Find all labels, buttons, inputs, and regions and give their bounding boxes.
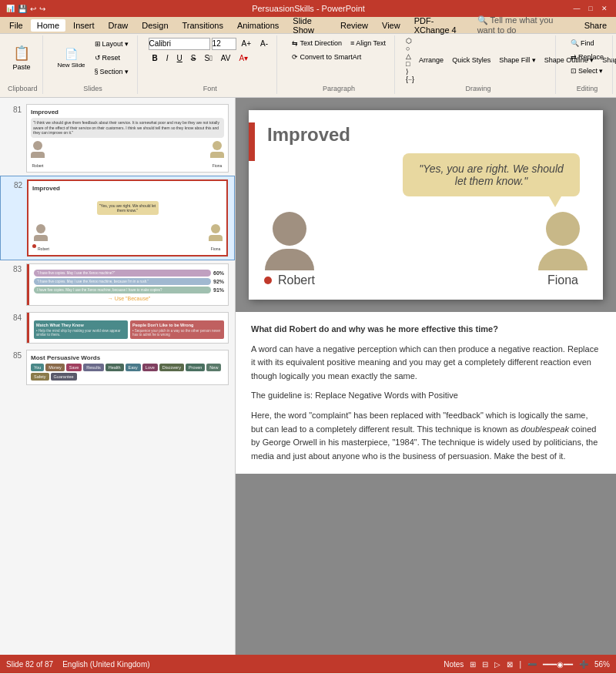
new-slide-button[interactable]: 📄 New Slide: [54, 37, 89, 79]
slide-85-thumb[interactable]: Most Persuasive Words You Money Save Res…: [26, 350, 229, 385]
description-p1: A word can have a negative perception wh…: [251, 343, 601, 384]
ribbon-group-editing: 🔍 Find ⇄ Replace ⊡ Select ▾ Editing: [562, 35, 613, 94]
menu-home[interactable]: Home: [31, 19, 65, 32]
font-color-button[interactable]: A▾: [235, 52, 252, 65]
slide-83-thumb[interactable]: "I have five copies. May I use the Xerox…: [26, 263, 229, 306]
quick-access-save[interactable]: 💾: [18, 5, 27, 13]
slide-81-number: 81: [6, 104, 22, 114]
shape-palette[interactable]: ⬡ ○ △ □ ⟩ {··}: [406, 37, 414, 83]
slide-83-item[interactable]: 83 "I have five copies. May I use the Xe…: [0, 260, 235, 309]
quick-access-undo[interactable]: ↩: [30, 5, 36, 13]
robert-red-dot: [264, 277, 272, 284]
slide-82-avatars: Robert Fiona: [32, 224, 223, 251]
view-slide-sorter-icon[interactable]: ⊟: [482, 660, 488, 669]
find-button[interactable]: 🔍 Find: [567, 37, 608, 49]
view-reading-icon[interactable]: ▷: [494, 660, 500, 669]
menu-pdfxchange[interactable]: PDF-XChange 4: [408, 15, 470, 36]
zoom-level: 56%: [594, 660, 610, 669]
bubble-tail: [549, 196, 561, 207]
layout-button[interactable]: ⊞ Layout ▾: [91, 38, 132, 50]
increase-font-button[interactable]: A+: [238, 37, 256, 50]
text-shadow-button[interactable]: S⃞: [201, 52, 216, 65]
robert-name: Robert: [278, 273, 315, 287]
description-p3: Here, the word "complaint" has been repl…: [251, 409, 601, 463]
slide-84-item[interactable]: 84 Match What They Know • Help the mind …: [0, 309, 235, 347]
slide-81-thumb[interactable]: Improved "I think we should give them fe…: [26, 104, 229, 173]
menu-bar: File Home Insert Draw Design Transitions…: [0, 17, 616, 34]
slide-82-item[interactable]: 82 Improved "Yes, you are right. We shou…: [0, 176, 235, 260]
slide-canvas[interactable]: Improved "Yes, you are right. We should …: [249, 110, 603, 300]
ribbon-group-clipboard: 📋 Paste Clipboard: [3, 35, 43, 94]
ribbon-group-slides: 📄 New Slide ⊞ Layout ▾ ↺ Reset § Section…: [49, 35, 138, 94]
quick-access-redo[interactable]: ↪: [39, 5, 45, 13]
bold-button[interactable]: B: [149, 52, 162, 65]
menu-design[interactable]: Design: [136, 19, 174, 32]
italic-button[interactable]: I: [162, 52, 172, 65]
slide-info: Slide 82 of 87: [6, 660, 53, 669]
decrease-font-button[interactable]: A-: [256, 37, 272, 50]
underline-button[interactable]: U: [173, 52, 186, 65]
main-layout: 81 Improved "I think we should give them…: [0, 98, 616, 655]
paste-button[interactable]: 📋 Paste: [8, 37, 35, 79]
menu-draw[interactable]: Draw: [102, 19, 135, 32]
notes-button[interactable]: Notes: [444, 660, 464, 669]
maximize-button[interactable]: □: [585, 3, 596, 14]
slide-85-item[interactable]: 85 Most Persuasive Words You Money Save …: [0, 347, 235, 388]
strikethrough-button[interactable]: S: [187, 52, 200, 65]
select-button[interactable]: ⊡ Select ▾: [567, 65, 608, 77]
minimize-button[interactable]: —: [571, 3, 582, 14]
slide-title: Improved: [249, 110, 603, 146]
slide-83-number: 83: [6, 263, 22, 273]
description-heading: What did Robert do and why was he more e…: [251, 323, 601, 337]
quick-styles-button[interactable]: Quick Styles: [448, 54, 494, 66]
convert-smartart-button[interactable]: ⟳ Convert to SmartArt: [288, 51, 365, 63]
ribbon-group-paragraph: ⇆ Text Direction ≡ Align Text ⟳ Convert …: [283, 35, 395, 94]
menu-animations[interactable]: Animations: [231, 19, 285, 32]
slide-panel[interactable]: 81 Improved "I think we should give them…: [0, 98, 236, 655]
status-right: Notes ⊞ ⊟ ▷ ⊠ | ➖ ━━━◉━━ ➕ 56%: [444, 660, 610, 669]
slide-82-bubble: "Yes, you are right. We should let them …: [97, 201, 159, 215]
description-p2: The guideline is: Replace Negative Words…: [251, 389, 601, 403]
view-presenter-icon[interactable]: ⊠: [507, 660, 513, 669]
reset-button[interactable]: ↺ Reset: [91, 52, 132, 64]
window-title: PersuasionSkills - PowerPoint: [45, 4, 571, 13]
menu-file[interactable]: File: [3, 19, 29, 32]
ribbon-group-drawing: ⬡ ○ △ □ ⟩ {··} Arrange Quick Styles Shap…: [401, 35, 556, 94]
font-name-input[interactable]: [149, 38, 210, 50]
view-normal-icon[interactable]: ⊞: [470, 660, 476, 669]
align-text-button[interactable]: ≡ Align Text: [346, 37, 390, 49]
font-size-input[interactable]: [212, 38, 236, 50]
speech-bubble-container: "Yes, you are right. We should let them …: [249, 153, 603, 196]
char-spacing-button[interactable]: AV: [217, 52, 235, 65]
slide-description: What did Robert do and why was he more e…: [236, 312, 616, 474]
slide-81-avatars: Robert Fiona: [31, 141, 224, 168]
fiona-name: Fiona: [547, 273, 578, 287]
slide-84-thumb[interactable]: Match What They Know • Help the mind shi…: [26, 312, 229, 344]
slide-82-number: 82: [7, 179, 22, 189]
section-button[interactable]: § Section ▾: [91, 65, 132, 78]
arrange-button[interactable]: Arrange: [415, 54, 447, 66]
menu-slideshow[interactable]: Slide Show: [286, 15, 333, 36]
close-button[interactable]: ✕: [599, 3, 610, 14]
menu-review[interactable]: Review: [334, 19, 374, 32]
speech-bubble: "Yes, you are right. We should let them …: [403, 153, 580, 196]
slide-accent-bar: [249, 122, 255, 161]
status-bar: Slide 82 of 87 English (United Kingdom) …: [0, 655, 616, 673]
language-indicator: English (United Kingdom): [62, 660, 149, 669]
slide-82-thumb[interactable]: Improved "Yes, you are right. We should …: [27, 179, 228, 257]
menu-tell-me[interactable]: 🔍 Tell me what you want to do: [471, 14, 577, 36]
ribbon-group-font: A+ A- B I U S S⃞ AV A▾ Font: [144, 35, 278, 94]
slide-81-item[interactable]: 81 Improved "I think we should give them…: [0, 101, 235, 176]
replace-button[interactable]: ⇄ Replace: [567, 51, 608, 63]
zoom-slider[interactable]: ━━━◉━━: [543, 660, 573, 669]
menu-view[interactable]: View: [376, 19, 407, 32]
menu-share[interactable]: Share: [578, 19, 613, 32]
ribbon: 📋 Paste Clipboard 📄 New Slide ⊞ Layout ▾…: [0, 34, 616, 98]
robert-head: [273, 212, 306, 246]
text-direction-button[interactable]: ⇆ Text Direction: [288, 37, 346, 49]
shape-fill-button[interactable]: Shape Fill ▾: [495, 54, 540, 66]
menu-insert[interactable]: Insert: [67, 19, 101, 32]
fiona-body: [538, 249, 588, 270]
menu-transitions[interactable]: Transitions: [176, 19, 229, 32]
slide-85-number: 85: [6, 350, 22, 360]
